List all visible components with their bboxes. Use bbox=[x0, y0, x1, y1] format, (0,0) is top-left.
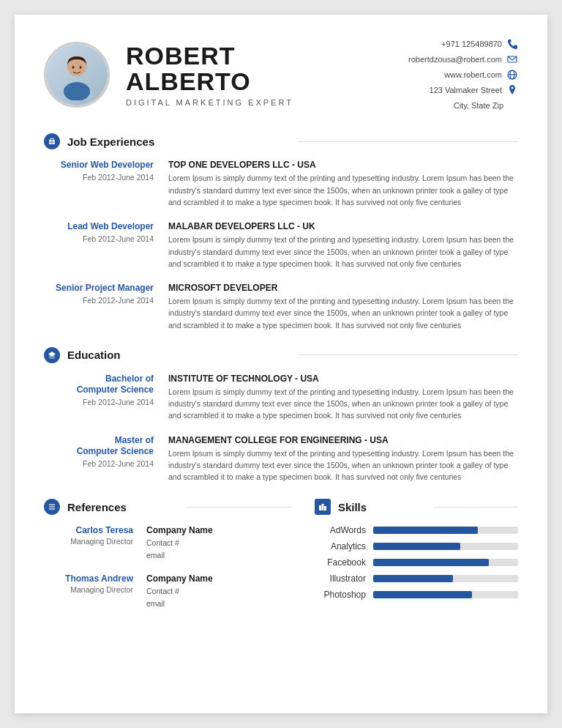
edu-institution: MANAGEMENT COLLEGE FOR ENGINEERING - USA bbox=[168, 435, 518, 445]
exp-company: MICROSOFT DEVELOPER bbox=[168, 283, 518, 293]
section-header-jobs: Job Experiences bbox=[44, 133, 518, 149]
ref-contact: Contact #email bbox=[146, 585, 293, 610]
ref-company: Company Name bbox=[146, 525, 293, 535]
exp-company: MALABAR DEVELOPERS LLC - UK bbox=[168, 221, 518, 231]
skill-bar-bg bbox=[373, 559, 518, 566]
edu-left: Master ofComputer Science Feb 2012-June … bbox=[44, 435, 168, 483]
exp-date: Feb 2012-June 2014 bbox=[44, 234, 154, 243]
exp-right: MICROSOFT DEVELOPER Lorem Ipsum is simpl… bbox=[168, 283, 518, 331]
header-contact: +971 125489870 robertdzousa@robert.com w… bbox=[408, 37, 518, 113]
exp-job-title: Senior Web Developer bbox=[44, 160, 154, 171]
skill-bar-fill bbox=[373, 527, 478, 534]
edu-degree: Bachelor ofComputer Science bbox=[44, 374, 154, 396]
email-text: robertdzousa@robert.com bbox=[408, 52, 502, 67]
skill-label: Facebook bbox=[315, 557, 366, 568]
references-section-title: References bbox=[67, 501, 174, 513]
ref-right: Company Name Contact #email bbox=[146, 573, 293, 610]
skill-item: Photoshop bbox=[315, 590, 518, 600]
exp-right: TOP ONE DEVELOPERS LLC - USA Lorem Ipsum… bbox=[168, 160, 518, 208]
ref-role: Managing Director bbox=[44, 585, 133, 594]
skill-item: AdWords bbox=[315, 525, 518, 535]
avatar bbox=[44, 42, 110, 108]
exp-right: MALABAR DEVELOPERS LLC - UK Lorem Ipsum … bbox=[168, 221, 518, 270]
full-name: ROBERT ALBERTO bbox=[126, 43, 408, 95]
exp-description: Lorem Ipsum is simply dummy text of the … bbox=[168, 172, 518, 208]
exp-left: Senior Project Manager Feb 2012-June 201… bbox=[44, 283, 168, 331]
skill-item: Facebook bbox=[315, 557, 518, 568]
edu-right: MANAGEMENT COLLEGE FOR ENGINEERING - USA… bbox=[168, 435, 518, 483]
address-text1: 123 Valmaker Street bbox=[430, 83, 502, 98]
exp-date: Feb 2012-June 2014 bbox=[44, 173, 154, 182]
skill-item: Analytics bbox=[315, 541, 518, 551]
exp-job-title: Lead Web Developer bbox=[44, 221, 154, 233]
address-row1: 123 Valmaker Street bbox=[408, 83, 518, 98]
phone-icon bbox=[506, 38, 518, 50]
education-divider bbox=[299, 354, 518, 355]
skill-bar-fill bbox=[373, 591, 472, 598]
job-experience-item: Senior Web Developer Feb 2012-June 2014 … bbox=[44, 160, 518, 208]
edu-degree: Master ofComputer Science bbox=[44, 435, 154, 458]
references-list: Carlos Teresa Managing Director Company … bbox=[44, 525, 293, 609]
svg-rect-20 bbox=[321, 504, 323, 510]
skill-bar-fill bbox=[373, 559, 489, 566]
exp-date: Feb 2012-June 2014 bbox=[44, 296, 154, 305]
svg-point-4 bbox=[72, 66, 75, 69]
section-header-references: References bbox=[44, 499, 293, 515]
ref-company: Company Name bbox=[146, 573, 293, 584]
education-item: Bachelor ofComputer Science Feb 2012-Jun… bbox=[44, 374, 518, 422]
edu-left: Bachelor ofComputer Science Feb 2012-Jun… bbox=[44, 374, 168, 422]
reference-item: Thomas Andrew Managing Director Company … bbox=[44, 573, 293, 610]
skill-label: Analytics bbox=[315, 541, 366, 551]
jobs-section-icon bbox=[44, 133, 60, 149]
references-divider bbox=[186, 507, 293, 508]
phone-row: +971 125489870 bbox=[408, 37, 518, 52]
email-row: robertdzousa@robert.com bbox=[408, 52, 518, 67]
references-column: References Carlos Teresa Managing Direct… bbox=[44, 499, 293, 621]
skills-column: Skills AdWords Analytics Facebook Illust… bbox=[315, 499, 518, 621]
svg-point-5 bbox=[80, 66, 82, 69]
ref-contact: Contact #email bbox=[146, 537, 293, 562]
ref-name: Carlos Teresa bbox=[44, 525, 133, 535]
skill-label: Photoshop bbox=[315, 590, 366, 600]
job-title: DIGITAL MARKETING EXPERT bbox=[126, 98, 408, 107]
skill-bar-fill bbox=[373, 543, 460, 550]
edu-date: Feb 2012-June 2014 bbox=[44, 459, 154, 468]
edu-institution: INSTITUTE OF TECHNOLOGY - USA bbox=[168, 374, 518, 384]
skills-section-icon bbox=[315, 499, 331, 515]
skills-divider bbox=[434, 507, 518, 508]
bottom-section: References Carlos Teresa Managing Direct… bbox=[44, 499, 518, 621]
phone-text: +971 125489870 bbox=[441, 37, 502, 52]
ref-left: Carlos Teresa Managing Director bbox=[44, 525, 146, 562]
avatar-image bbox=[46, 44, 108, 105]
svg-rect-21 bbox=[324, 506, 326, 510]
ref-left: Thomas Andrew Managing Director bbox=[44, 573, 146, 610]
ref-name: Thomas Andrew bbox=[44, 573, 133, 584]
edu-right: INSTITUTE OF TECHNOLOGY - USA Lorem Ipsu… bbox=[168, 374, 518, 422]
education-section-icon bbox=[44, 347, 60, 363]
email-icon bbox=[506, 53, 518, 65]
education-list: Bachelor ofComputer Science Feb 2012-Jun… bbox=[44, 374, 518, 483]
references-section-icon bbox=[44, 499, 60, 515]
job-experience-item: Senior Project Manager Feb 2012-June 201… bbox=[44, 283, 518, 331]
svg-rect-19 bbox=[319, 505, 321, 510]
jobs-divider bbox=[299, 141, 518, 142]
ref-right: Company Name Contact #email bbox=[146, 525, 293, 562]
education-item: Master ofComputer Science Feb 2012-June … bbox=[44, 435, 518, 483]
skill-bar-bg bbox=[373, 575, 518, 582]
skill-bar-fill bbox=[373, 575, 453, 582]
education-section: Education Bachelor ofComputer Science Fe… bbox=[44, 347, 518, 483]
job-experience-item: Lead Web Developer Feb 2012-June 2014 MA… bbox=[44, 221, 518, 270]
skill-item: Illustrator bbox=[315, 573, 518, 584]
location-icon bbox=[506, 84, 518, 96]
svg-point-2 bbox=[64, 82, 90, 100]
exp-left: Lead Web Developer Feb 2012-June 2014 bbox=[44, 221, 168, 270]
jobs-list: Senior Web Developer Feb 2012-June 2014 … bbox=[44, 160, 518, 330]
ref-role: Managing Director bbox=[44, 537, 133, 546]
header-name-block: ROBERT ALBERTO DIGITAL MARKETING EXPERT bbox=[126, 43, 408, 107]
exp-description: Lorem Ipsum is simply dummy text of the … bbox=[168, 295, 518, 331]
skills-section-title: Skills bbox=[338, 501, 422, 513]
skill-label: AdWords bbox=[315, 525, 366, 535]
header: ROBERT ALBERTO DIGITAL MARKETING EXPERT … bbox=[44, 37, 518, 113]
website-icon bbox=[506, 69, 518, 81]
exp-job-title: Senior Project Manager bbox=[44, 283, 154, 294]
